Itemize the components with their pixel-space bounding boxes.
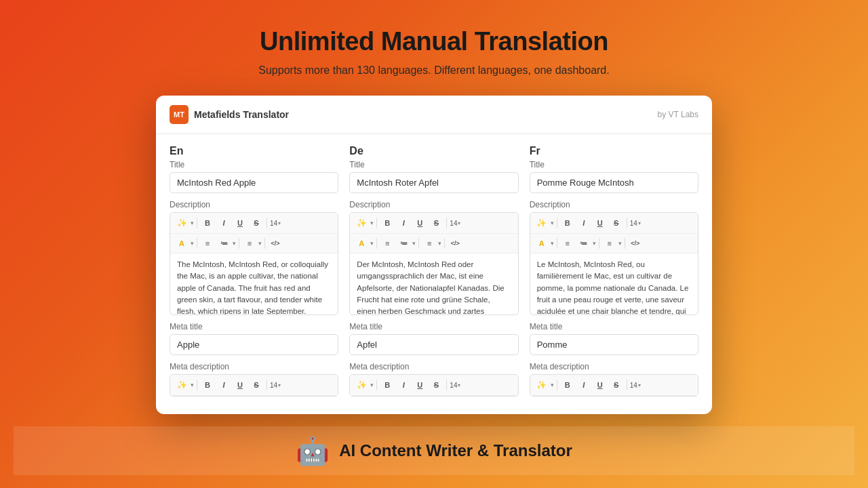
color-btn-2[interactable]: A	[534, 236, 549, 251]
title-label-2: Title	[530, 160, 698, 169]
list-ul-btn-2[interactable]: ≡	[560, 236, 575, 251]
hero-subtitle: Supports more than 130 languages. Differ…	[258, 64, 609, 77]
underline-btn-0[interactable]: U	[233, 216, 248, 230]
meta-desc-editor-0: ✨ ▾ B I U S 14 ▾	[170, 374, 338, 396]
meta-desc-label-1: Meta description	[349, 362, 518, 371]
toolbar-row2-1: A ▾ ≡ ≔ ▾ ≡ ▾ </>	[350, 234, 517, 253]
column-de: De Title Description ✨ ▾ B I U S 14 ▾ A …	[349, 145, 518, 403]
bold-btn-0[interactable]: B	[200, 216, 215, 230]
lang-label-2: Fr	[530, 145, 698, 157]
desc-editor-0: ✨ ▾ B I U S 14 ▾ A ▾ ≡ ≔ ▾ ≡ ▾	[170, 212, 338, 315]
meta-underline-btn-2[interactable]: U	[593, 378, 608, 392]
bold-btn-1[interactable]: B	[380, 216, 395, 230]
meta-strikethrough-btn-0[interactable]: S	[249, 378, 264, 392]
meta-title-input-2[interactable]	[530, 334, 698, 355]
hero-title: Unlimited Manual Translation	[260, 27, 608, 56]
italic-btn-0[interactable]: I	[216, 216, 231, 230]
title-input-0[interactable]	[170, 172, 338, 193]
bold-btn-2[interactable]: B	[560, 216, 575, 230]
logo-icon: MT	[170, 105, 189, 124]
meta-size-dropdown-0[interactable]: 14 ▾	[270, 382, 281, 389]
title-input-1[interactable]	[349, 172, 518, 193]
app-logo: MT Metafields Translator	[170, 105, 289, 124]
toolbar-row2-0: A ▾ ≡ ≔ ▾ ≡ ▾ </>	[170, 234, 338, 253]
app-content: En Title Description ✨ ▾ B I U S 14 ▾ A …	[156, 134, 712, 414]
strikethrough-btn-1[interactable]: S	[429, 216, 443, 230]
align-btn-2[interactable]: ≡	[602, 236, 617, 251]
meta-magic-btn-0[interactable]: ✨	[174, 378, 189, 392]
magic-btn-0[interactable]: ✨	[174, 216, 189, 230]
code-btn-1[interactable]: </>	[448, 236, 462, 251]
meta-italic-btn-2[interactable]: I	[576, 378, 591, 392]
meta-strikethrough-btn-1[interactable]: S	[429, 378, 443, 392]
meta-title-label-1: Meta title	[349, 322, 518, 331]
meta-size-dropdown-1[interactable]: 14 ▾	[450, 382, 460, 389]
app-name: Metafields Translator	[194, 109, 289, 120]
meta-desc-label-2: Meta description	[530, 362, 698, 371]
meta-desc-editor-1: ✨ ▾ B I U S 14 ▾	[349, 374, 518, 396]
list-ul-btn-1[interactable]: ≡	[380, 236, 395, 251]
list-ol-btn-0[interactable]: ≔	[216, 236, 231, 251]
list-ul-btn-0[interactable]: ≡	[200, 236, 215, 251]
footer-bar: 🤖 AI Content Writer & Translator	[14, 426, 854, 475]
size-dropdown-2[interactable]: 14 ▾	[630, 220, 641, 227]
underline-btn-1[interactable]: U	[412, 216, 427, 230]
strikethrough-btn-0[interactable]: S	[249, 216, 264, 230]
lang-label-1: De	[349, 145, 518, 157]
strikethrough-btn-2[interactable]: S	[609, 216, 624, 230]
desc-body-2[interactable]: Le McIntosh, McIntosh Red, ou familièrem…	[530, 253, 698, 314]
toolbar-row1-1: ✨ ▾ B I U S 14 ▾	[350, 213, 517, 234]
list-ol-btn-1[interactable]: ≔	[396, 236, 411, 251]
meta-bold-btn-2[interactable]: B	[560, 378, 575, 392]
meta-magic-btn-1[interactable]: ✨	[354, 378, 369, 392]
magic-chevron-0: ▾	[191, 220, 194, 226]
meta-strikethrough-btn-2[interactable]: S	[609, 378, 624, 392]
meta-italic-btn-1[interactable]: I	[396, 378, 411, 392]
meta-title-input-0[interactable]	[170, 334, 338, 355]
magic-btn-2[interactable]: ✨	[534, 216, 549, 230]
title-input-2[interactable]	[530, 172, 698, 193]
size-dropdown-0[interactable]: 14 ▾	[270, 220, 281, 227]
meta-size-dropdown-2[interactable]: 14 ▾	[630, 382, 641, 389]
italic-btn-2[interactable]: I	[576, 216, 591, 230]
desc-label-2: Description	[530, 200, 698, 209]
desc-body-1[interactable]: Der McIntosh, McIntosh Red oder umgangss…	[350, 253, 517, 314]
magic-chevron-1: ▾	[370, 220, 374, 226]
underline-btn-2[interactable]: U	[593, 216, 608, 230]
list-ol-btn-2[interactable]: ≔	[576, 236, 591, 251]
meta-italic-btn-0[interactable]: I	[216, 378, 231, 392]
toolbar-row1-2: ✨ ▾ B I U S 14 ▾	[530, 213, 698, 234]
code-btn-2[interactable]: </>	[628, 236, 643, 251]
meta-toolbar-2: ✨ ▾ B I U S 14 ▾	[530, 375, 698, 396]
column-fr: Fr Title Description ✨ ▾ B I U S 14 ▾ A …	[530, 145, 698, 403]
color-btn-0[interactable]: A	[174, 236, 189, 251]
meta-toolbar-0: ✨ ▾ B I U S 14 ▾	[170, 375, 338, 396]
meta-bold-btn-1[interactable]: B	[380, 378, 395, 392]
footer-text: AI Content Writer & Translator	[339, 441, 572, 460]
app-byline: by VT Labs	[658, 110, 698, 119]
desc-editor-1: ✨ ▾ B I U S 14 ▾ A ▾ ≡ ≔ ▾ ≡ ▾	[349, 212, 518, 315]
meta-toolbar-1: ✨ ▾ B I U S 14 ▾	[350, 375, 517, 396]
title-label-0: Title	[170, 160, 338, 169]
align-btn-1[interactable]: ≡	[422, 236, 437, 251]
meta-bold-btn-0[interactable]: B	[200, 378, 215, 392]
meta-underline-btn-0[interactable]: U	[233, 378, 248, 392]
desc-editor-2: ✨ ▾ B I U S 14 ▾ A ▾ ≡ ≔ ▾ ≡ ▾	[530, 212, 698, 315]
desc-label-0: Description	[170, 200, 338, 209]
italic-btn-1[interactable]: I	[396, 216, 411, 230]
meta-underline-btn-1[interactable]: U	[412, 378, 427, 392]
meta-magic-btn-2[interactable]: ✨	[534, 378, 549, 392]
code-btn-0[interactable]: </>	[268, 236, 283, 251]
desc-body-0[interactable]: The McIntosh, McIntosh Red, or colloquia…	[170, 253, 338, 314]
toolbar-row2-2: A ▾ ≡ ≔ ▾ ≡ ▾ </>	[530, 234, 698, 253]
align-btn-0[interactable]: ≡	[242, 236, 257, 251]
lang-label-0: En	[170, 145, 338, 157]
app-window: MT Metafields Translator by VT Labs En T…	[156, 96, 712, 414]
color-btn-1[interactable]: A	[354, 236, 369, 251]
magic-btn-1[interactable]: ✨	[354, 216, 369, 230]
size-dropdown-1[interactable]: 14 ▾	[450, 220, 460, 227]
robot-icon: 🤖	[296, 437, 330, 464]
meta-title-input-1[interactable]	[349, 334, 518, 355]
meta-desc-editor-2: ✨ ▾ B I U S 14 ▾	[530, 374, 698, 396]
toolbar-row1-0: ✨ ▾ B I U S 14 ▾	[170, 213, 338, 234]
